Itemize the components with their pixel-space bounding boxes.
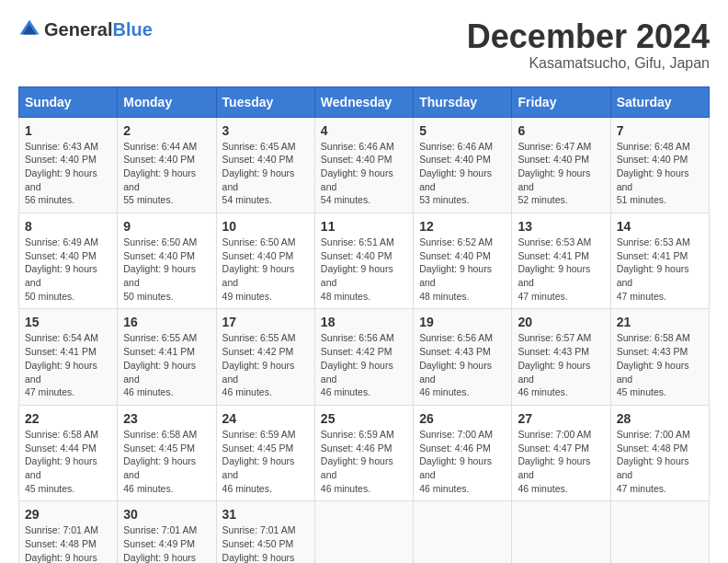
calendar-cell bbox=[610, 501, 709, 563]
calendar-cell: 10 Sunrise: 6:50 AMSunset: 4:40 PMDaylig… bbox=[216, 213, 314, 309]
day-number: 10 bbox=[222, 219, 309, 234]
day-info: Sunrise: 6:54 AMSunset: 4:41 PMDaylight:… bbox=[25, 332, 98, 397]
day-number: 7 bbox=[617, 123, 703, 138]
day-number: 14 bbox=[617, 219, 703, 234]
calendar-cell: 9 Sunrise: 6:50 AMSunset: 4:40 PMDayligh… bbox=[118, 213, 216, 309]
calendar-cell: 19 Sunrise: 6:56 AMSunset: 4:43 PMDaylig… bbox=[414, 309, 512, 405]
calendar-cell: 11 Sunrise: 6:51 AMSunset: 4:40 PMDaylig… bbox=[314, 213, 413, 309]
day-info: Sunrise: 6:59 AMSunset: 4:46 PMDaylight:… bbox=[321, 429, 394, 494]
day-info: Sunrise: 6:53 AMSunset: 4:41 PMDaylight:… bbox=[617, 236, 690, 302]
calendar-header-saturday: Saturday bbox=[610, 86, 709, 117]
day-number: 17 bbox=[222, 315, 309, 329]
calendar-header-tuesday: Tuesday bbox=[216, 86, 314, 117]
day-number: 4 bbox=[321, 123, 407, 138]
calendar-cell: 2 Sunrise: 6:44 AMSunset: 4:40 PMDayligh… bbox=[118, 117, 216, 213]
calendar-table: SundayMondayTuesdayWednesdayThursdayFrid… bbox=[18, 86, 710, 563]
calendar-cell: 5 Sunrise: 6:46 AMSunset: 4:40 PMDayligh… bbox=[414, 117, 512, 213]
day-info: Sunrise: 7:00 AMSunset: 4:46 PMDaylight:… bbox=[419, 429, 493, 494]
calendar-cell: 31 Sunrise: 7:01 AMSunset: 4:50 PMDaylig… bbox=[216, 501, 314, 563]
day-info: Sunrise: 6:50 AMSunset: 4:40 PMDaylight:… bbox=[222, 236, 296, 302]
calendar-week-row: 8 Sunrise: 6:49 AMSunset: 4:40 PMDayligh… bbox=[19, 213, 710, 309]
day-info: Sunrise: 6:48 AMSunset: 4:40 PMDaylight:… bbox=[617, 141, 690, 206]
day-number: 24 bbox=[222, 411, 309, 426]
calendar-cell: 18 Sunrise: 6:56 AMSunset: 4:42 PMDaylig… bbox=[314, 309, 413, 405]
calendar-cell: 28 Sunrise: 7:00 AMSunset: 4:48 PMDaylig… bbox=[610, 405, 709, 500]
calendar-cell: 4 Sunrise: 6:46 AMSunset: 4:40 PMDayligh… bbox=[314, 117, 413, 213]
calendar-cell: 6 Sunrise: 6:47 AMSunset: 4:40 PMDayligh… bbox=[512, 117, 610, 213]
calendar-cell: 16 Sunrise: 6:55 AMSunset: 4:41 PMDaylig… bbox=[118, 309, 216, 405]
day-number: 8 bbox=[25, 219, 111, 234]
day-info: Sunrise: 6:47 AMSunset: 4:40 PMDaylight:… bbox=[518, 141, 591, 206]
calendar-header-monday: Monday bbox=[118, 86, 216, 117]
calendar-week-row: 15 Sunrise: 6:54 AMSunset: 4:41 PMDaylig… bbox=[19, 309, 710, 405]
calendar-cell: 1 Sunrise: 6:43 AMSunset: 4:40 PMDayligh… bbox=[19, 117, 118, 213]
day-info: Sunrise: 6:58 AMSunset: 4:43 PMDaylight:… bbox=[617, 332, 690, 397]
calendar-cell: 14 Sunrise: 6:53 AMSunset: 4:41 PMDaylig… bbox=[610, 213, 709, 309]
day-number: 28 bbox=[617, 411, 703, 426]
calendar-week-row: 29 Sunrise: 7:01 AMSunset: 4:48 PMDaylig… bbox=[19, 501, 710, 563]
day-info: Sunrise: 7:01 AMSunset: 4:48 PMDaylight:… bbox=[25, 524, 98, 563]
logo-icon bbox=[18, 18, 40, 40]
calendar-cell: 22 Sunrise: 6:58 AMSunset: 4:44 PMDaylig… bbox=[19, 405, 118, 500]
day-number: 25 bbox=[321, 411, 407, 426]
day-number: 18 bbox=[321, 315, 407, 329]
calendar-cell: 29 Sunrise: 7:01 AMSunset: 4:48 PMDaylig… bbox=[19, 501, 118, 563]
day-info: Sunrise: 6:57 AMSunset: 4:43 PMDaylight:… bbox=[518, 332, 591, 397]
day-info: Sunrise: 6:46 AMSunset: 4:40 PMDaylight:… bbox=[419, 141, 493, 206]
calendar-cell: 17 Sunrise: 6:55 AMSunset: 4:42 PMDaylig… bbox=[216, 309, 314, 405]
day-number: 9 bbox=[123, 219, 210, 234]
calendar-cell: 24 Sunrise: 6:59 AMSunset: 4:45 PMDaylig… bbox=[216, 405, 314, 500]
calendar-cell: 21 Sunrise: 6:58 AMSunset: 4:43 PMDaylig… bbox=[610, 309, 709, 405]
day-number: 26 bbox=[419, 411, 506, 426]
calendar-header-thursday: Thursday bbox=[414, 86, 512, 117]
day-info: Sunrise: 6:55 AMSunset: 4:41 PMDaylight:… bbox=[123, 332, 197, 397]
title-block: December 2024 Kasamatsucho, Gifu, Japan bbox=[467, 18, 710, 72]
calendar-cell bbox=[512, 501, 610, 563]
day-number: 6 bbox=[518, 123, 604, 138]
day-number: 19 bbox=[419, 315, 506, 329]
day-info: Sunrise: 7:01 AMSunset: 4:49 PMDaylight:… bbox=[123, 524, 197, 563]
day-number: 1 bbox=[25, 123, 111, 138]
day-info: Sunrise: 6:44 AMSunset: 4:40 PMDaylight:… bbox=[123, 141, 197, 206]
day-number: 30 bbox=[123, 507, 210, 522]
day-number: 31 bbox=[222, 507, 309, 522]
location-title: Kasamatsucho, Gifu, Japan bbox=[467, 55, 710, 72]
calendar-cell: 26 Sunrise: 7:00 AMSunset: 4:46 PMDaylig… bbox=[414, 405, 512, 500]
day-info: Sunrise: 6:49 AMSunset: 4:40 PMDaylight:… bbox=[25, 236, 98, 302]
day-number: 27 bbox=[518, 411, 604, 426]
day-info: Sunrise: 6:53 AMSunset: 4:41 PMDaylight:… bbox=[518, 236, 591, 302]
day-number: 16 bbox=[123, 315, 210, 329]
day-number: 21 bbox=[617, 315, 703, 329]
calendar-cell: 25 Sunrise: 6:59 AMSunset: 4:46 PMDaylig… bbox=[314, 405, 413, 500]
day-info: Sunrise: 6:56 AMSunset: 4:42 PMDaylight:… bbox=[321, 332, 394, 397]
day-info: Sunrise: 7:01 AMSunset: 4:50 PMDaylight:… bbox=[222, 524, 296, 563]
day-number: 2 bbox=[123, 123, 210, 138]
calendar-cell: 12 Sunrise: 6:52 AMSunset: 4:40 PMDaylig… bbox=[414, 213, 512, 309]
day-number: 5 bbox=[419, 123, 506, 138]
logo: GeneralBlue bbox=[18, 18, 153, 40]
page-header: GeneralBlue December 2024 Kasamatsucho, … bbox=[18, 18, 710, 72]
day-info: Sunrise: 6:46 AMSunset: 4:40 PMDaylight:… bbox=[321, 141, 394, 206]
day-info: Sunrise: 6:51 AMSunset: 4:40 PMDaylight:… bbox=[321, 236, 394, 302]
day-info: Sunrise: 7:00 AMSunset: 4:48 PMDaylight:… bbox=[617, 429, 690, 494]
calendar-header-row: SundayMondayTuesdayWednesdayThursdayFrid… bbox=[19, 86, 710, 117]
calendar-cell: 27 Sunrise: 7:00 AMSunset: 4:47 PMDaylig… bbox=[512, 405, 610, 500]
calendar-cell: 15 Sunrise: 6:54 AMSunset: 4:41 PMDaylig… bbox=[19, 309, 118, 405]
day-info: Sunrise: 6:55 AMSunset: 4:42 PMDaylight:… bbox=[222, 332, 296, 397]
day-info: Sunrise: 6:56 AMSunset: 4:43 PMDaylight:… bbox=[419, 332, 493, 397]
calendar-cell: 7 Sunrise: 6:48 AMSunset: 4:40 PMDayligh… bbox=[610, 117, 709, 213]
calendar-cell: 20 Sunrise: 6:57 AMSunset: 4:43 PMDaylig… bbox=[512, 309, 610, 405]
calendar-cell: 23 Sunrise: 6:58 AMSunset: 4:45 PMDaylig… bbox=[118, 405, 216, 500]
day-info: Sunrise: 6:58 AMSunset: 4:45 PMDaylight:… bbox=[123, 429, 197, 494]
calendar-header-friday: Friday bbox=[512, 86, 610, 117]
day-number: 29 bbox=[25, 507, 111, 522]
logo-text: GeneralBlue bbox=[44, 19, 153, 40]
month-title: December 2024 bbox=[467, 18, 710, 55]
calendar-header-sunday: Sunday bbox=[19, 86, 118, 117]
day-number: 22 bbox=[25, 411, 111, 426]
day-info: Sunrise: 6:43 AMSunset: 4:40 PMDaylight:… bbox=[25, 141, 98, 206]
day-number: 15 bbox=[25, 315, 111, 329]
day-number: 3 bbox=[222, 123, 309, 138]
day-number: 23 bbox=[123, 411, 210, 426]
calendar-week-row: 1 Sunrise: 6:43 AMSunset: 4:40 PMDayligh… bbox=[19, 117, 710, 213]
